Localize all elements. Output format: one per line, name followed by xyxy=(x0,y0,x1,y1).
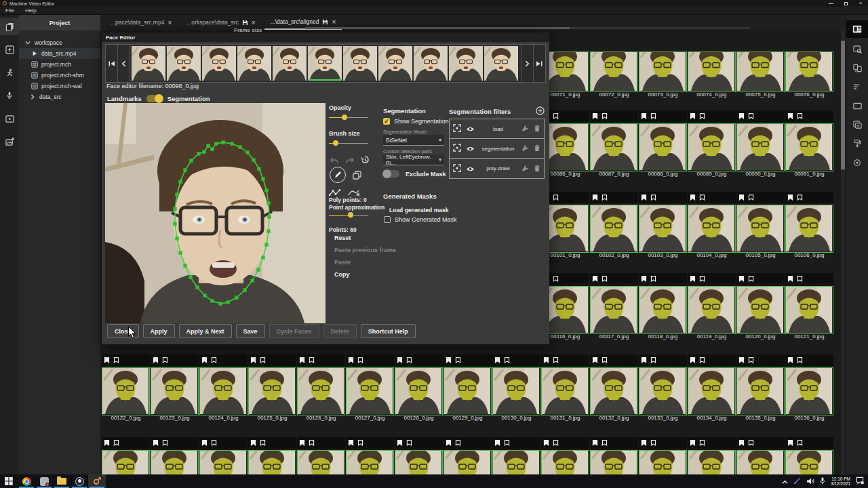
mic-icon[interactable] xyxy=(0,87,19,104)
video-icon[interactable] xyxy=(0,110,19,127)
bookmark-outline-icon[interactable] xyxy=(113,354,119,367)
bookmark-filled-icon[interactable] xyxy=(397,354,403,367)
face-thumbnail[interactable] xyxy=(639,367,687,415)
filter-row-segmentation[interactable]: segmentation xyxy=(450,139,544,159)
bookmark-outline-icon[interactable] xyxy=(113,437,119,449)
face-thumbnail[interactable] xyxy=(639,123,687,171)
bookmark-filled-icon[interactable] xyxy=(641,354,647,367)
filmstrip-thumbnail[interactable] xyxy=(484,46,518,81)
face-thumbnail[interactable] xyxy=(785,123,833,171)
close-tab-icon[interactable]: × xyxy=(332,18,336,26)
apply-button[interactable]: Apply xyxy=(143,324,175,338)
bookmark-outline-icon[interactable] xyxy=(748,437,754,449)
bookmark-outline-icon[interactable] xyxy=(504,354,510,367)
bookmark-filled-icon[interactable] xyxy=(690,273,696,285)
face-thumbnail[interactable] xyxy=(688,367,736,415)
bookmark-filled-icon[interactable] xyxy=(690,437,696,449)
face-thumbnail[interactable] xyxy=(639,205,687,253)
bookmark-outline-icon[interactable] xyxy=(699,437,705,449)
bookmark-outline-icon[interactable] xyxy=(601,437,608,449)
copy-button[interactable]: Copy xyxy=(334,271,350,278)
bookmark-outline-icon[interactable] xyxy=(162,354,168,367)
bookmark-outline-icon[interactable] xyxy=(650,437,656,449)
bookmark-filled-icon[interactable] xyxy=(641,437,647,449)
bookmark-outline-icon[interactable] xyxy=(699,273,705,285)
bookmark-filled-icon[interactable] xyxy=(787,110,793,123)
bookmark-filled-icon[interactable] xyxy=(348,437,354,449)
next-frame-button[interactable] xyxy=(521,45,533,82)
maximize-button[interactable] xyxy=(838,0,853,7)
bookmark-outline-icon[interactable] xyxy=(650,110,656,123)
bookmark-filled-icon[interactable] xyxy=(348,354,354,367)
bookmark-outline-icon[interactable] xyxy=(260,354,266,367)
face-thumbnail[interactable] xyxy=(590,205,638,253)
face-thumbnail[interactable] xyxy=(785,205,833,253)
bookmark-outline-icon[interactable] xyxy=(699,354,705,367)
filmstrip-thumbnail[interactable] xyxy=(308,46,342,81)
bookmark-outline-icon[interactable] xyxy=(748,354,754,367)
pages-icon[interactable] xyxy=(0,18,19,35)
bookmark-filled-icon[interactable] xyxy=(592,110,598,123)
bookmark-filled-icon[interactable] xyxy=(690,192,696,204)
bookmark-filled-icon[interactable] xyxy=(543,354,549,367)
bookmark-filled-icon[interactable] xyxy=(397,437,403,449)
menu-file[interactable]: File xyxy=(0,7,20,15)
bookmark-outline-icon[interactable] xyxy=(797,437,803,449)
face-thumbnail[interactable] xyxy=(785,367,833,415)
tree-item-data-src[interactable]: data_src xyxy=(19,92,100,102)
image-search-icon[interactable] xyxy=(846,41,868,57)
bookmark-filled-icon[interactable] xyxy=(153,437,159,449)
bookmark-filled-icon[interactable] xyxy=(787,437,793,449)
face-thumbnail[interactable] xyxy=(151,367,199,415)
bookmark-outline-icon[interactable] xyxy=(455,354,461,367)
bookmark-outline-icon[interactable] xyxy=(260,437,266,449)
video-frame-icon[interactable] xyxy=(846,117,868,133)
bookmark-outline-icon[interactable] xyxy=(748,110,754,123)
visibility-eye-icon[interactable] xyxy=(466,163,475,175)
horizontal-scrollbar[interactable] xyxy=(305,27,750,29)
opacity-slider[interactable] xyxy=(329,114,368,121)
slider-knob[interactable] xyxy=(333,140,338,146)
face-thumbnail[interactable] xyxy=(785,52,833,92)
face-edit-canvas[interactable] xyxy=(105,103,326,323)
bookmark-filled-icon[interactable] xyxy=(641,273,647,285)
filmstrip-thumbnail[interactable] xyxy=(343,46,377,81)
bookmark-outline-icon[interactable] xyxy=(601,192,608,204)
delete-filter-icon[interactable] xyxy=(534,142,540,155)
filmstrip-thumbnail[interactable] xyxy=(237,46,271,81)
edit-filter-icon[interactable] xyxy=(521,142,529,155)
bookmark-filled-icon[interactable] xyxy=(250,437,256,449)
bookmark-filled-icon[interactable] xyxy=(446,437,452,449)
apply-next-button[interactable]: Apply & Next xyxy=(179,324,232,338)
face-thumbnail[interactable] xyxy=(688,286,736,334)
previous-frame-button[interactable] xyxy=(118,45,130,82)
landmarks-segmentation-toggle[interactable] xyxy=(146,95,163,102)
show-generated-mask-checkbox[interactable]: Show Generated Mask xyxy=(384,216,457,223)
bookmark-filled-icon[interactable] xyxy=(250,354,256,367)
select-filter-icon[interactable] xyxy=(453,142,461,155)
bookmark-outline-icon[interactable] xyxy=(553,354,559,367)
redo-icon[interactable] xyxy=(345,155,355,167)
face-thumbnail[interactable] xyxy=(688,123,736,171)
history-restore-icon[interactable] xyxy=(361,155,370,167)
bookmark-outline-icon[interactable] xyxy=(309,437,315,449)
bookmark-filled-icon[interactable] xyxy=(446,354,452,367)
tree-item-project-mch-shm[interactable]: project.mch-shm xyxy=(19,70,100,81)
filmstrip-thumbnail[interactable] xyxy=(414,46,448,81)
bookmark-filled-icon[interactable] xyxy=(543,437,549,449)
bookmark-outline-icon[interactable] xyxy=(553,110,559,123)
taskbar-explorer-icon[interactable] xyxy=(53,474,71,488)
face-thumbnail[interactable] xyxy=(346,367,394,415)
show-segmentation-checkbox[interactable]: ✓ Show Segmentation xyxy=(383,118,449,125)
filmstrip-thumbnail[interactable] xyxy=(378,46,412,81)
hidden-icons-chevron[interactable] xyxy=(782,475,788,487)
face-thumbnail[interactable] xyxy=(199,367,248,415)
filmstrip-thumbnail[interactable] xyxy=(202,46,236,81)
face-thumbnail[interactable] xyxy=(639,52,687,92)
undo-icon[interactable] xyxy=(330,155,339,167)
edit-filter-icon[interactable] xyxy=(521,163,529,175)
bookmark-filled-icon[interactable] xyxy=(787,354,793,367)
notification-center-icon[interactable]: 1 xyxy=(856,475,864,487)
bookmark-outline-icon[interactable] xyxy=(748,273,754,285)
bookmark-outline-icon[interactable] xyxy=(357,354,363,367)
